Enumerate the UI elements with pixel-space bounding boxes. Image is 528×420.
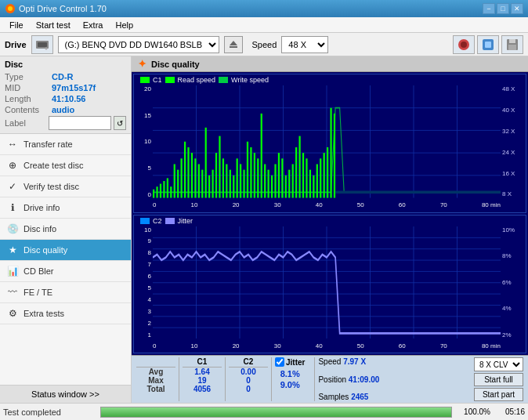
disc-type-key: Type [5, 72, 52, 81]
status-bar: Test completed 100.0% 05:16 [0, 403, 528, 420]
disc-label-key: Label [5, 118, 46, 128]
svg-rect-30 [170, 186, 172, 197]
progress-bar-fill [101, 407, 451, 417]
stats-c2-header: C2 [229, 357, 268, 368]
stats-c2-max: 0 [229, 376, 268, 385]
label-refresh-button[interactable]: ↺ [114, 116, 126, 130]
menu-help[interactable]: Help [109, 19, 139, 31]
stats-c1-total: 4056 [183, 385, 222, 393]
disc-contents-row: Contents audio [5, 105, 126, 114]
c2-x-axis: 0 10 20 30 40 50 60 70 80 min [153, 339, 501, 353]
svg-rect-77 [334, 114, 335, 198]
speed-select[interactable]: 48 X [281, 36, 328, 53]
svg-rect-31 [174, 164, 175, 197]
nav-create-test-disc[interactable]: ⊕ Create test disc [0, 155, 131, 176]
nav-fe-te-label: FE / TE [24, 288, 52, 297]
nav-drive-info-label: Drive info [24, 203, 60, 212]
svg-rect-53 [250, 147, 251, 198]
title-bar: Opti Drive Control 1.70 − □ ✕ [0, 0, 528, 17]
jitter-label: Jitter [286, 358, 305, 367]
svg-rect-49 [237, 158, 238, 197]
drive-icon [31, 35, 53, 54]
save-button[interactable] [501, 35, 523, 54]
menu-file[interactable]: File [3, 19, 30, 31]
drive-select[interactable]: (G:) BENQ DVD DD DW1640 BSLB [58, 36, 219, 53]
start-buttons: 8 X CLV Start full Start part [474, 357, 523, 401]
charts-area: C1 Read speed Write speed 20 15 10 5 0 4… [132, 72, 528, 355]
status-window-button[interactable]: Status window >> [0, 385, 131, 403]
main-layout: Disc Type CD-R MID 97m15s17f Length 41:1… [0, 56, 528, 403]
svg-rect-43 [215, 153, 217, 197]
svg-rect-72 [316, 164, 318, 197]
write-speed-legend-box [219, 77, 228, 83]
jitter-checkbox[interactable] [275, 357, 284, 367]
svg-rect-6 [230, 46, 237, 48]
stats-jitter-section: Jitter 8.1% 9.0% [275, 357, 305, 401]
status-text: Test completed [3, 407, 97, 417]
nav-disc-quality[interactable]: ★ Disc quality [0, 240, 131, 261]
speed-clv-select[interactable]: 8 X CLV [474, 357, 523, 371]
svg-rect-38 [198, 164, 200, 197]
svg-rect-36 [191, 153, 193, 197]
c1-legend-box [140, 77, 150, 83]
nav-cd-bler[interactable]: 📊 CD Bler [0, 261, 131, 282]
menu-extra[interactable]: Extra [77, 19, 110, 31]
close-button[interactable]: ✕ [511, 3, 523, 14]
c2-y-axis-right: 10% 8% 6% 4% 2% [501, 215, 526, 339]
svg-rect-12 [509, 39, 515, 43]
nav-drive-info[interactable]: ℹ Drive info [0, 197, 131, 219]
svg-rect-10 [485, 42, 491, 48]
svg-rect-33 [181, 158, 183, 197]
stats-c1-header: C1 [183, 357, 222, 368]
eject-button[interactable] [224, 36, 243, 53]
write-speed-legend-label: Write speed [231, 76, 269, 84]
stats-row-total: Total [136, 385, 175, 393]
nav-transfer-rate[interactable]: ↔ Transfer rate [0, 134, 131, 155]
svg-rect-47 [230, 170, 231, 198]
svg-rect-73 [320, 158, 321, 197]
c2-y-axis: 10 9 8 7 6 5 4 3 2 1 [134, 215, 153, 339]
transfer-rate-icon: ↔ [6, 138, 19, 150]
nav-extra-tests[interactable]: ⚙ Extra tests [0, 303, 131, 324]
c1-chart-plot [153, 85, 501, 198]
chart-c2: C2 Jitter 10 9 8 7 6 5 4 3 2 1 10 [133, 215, 526, 354]
position-val: 41:09.00 [349, 375, 379, 384]
minimize-button[interactable]: − [483, 3, 495, 14]
nav-fe-te[interactable]: 〰 FE / TE [0, 282, 131, 303]
maximize-button[interactable]: □ [497, 3, 509, 14]
chart-c1-title: C1 Read speed Write speed [140, 76, 269, 84]
read-speed-legend-box [165, 77, 175, 83]
stats-speed-pos: Speed 7.97 X Position 41:09.00 Samples 2… [318, 357, 379, 401]
content-header: ✦ Disc quality [132, 56, 528, 72]
svg-rect-63 [285, 176, 287, 198]
content-header-title: Disc quality [151, 60, 200, 69]
c1-legend-label: C1 [153, 76, 162, 84]
svg-rect-68 [302, 153, 304, 197]
position-row: Position 41:09.00 [318, 375, 379, 384]
stats-row-max: Max [136, 376, 175, 385]
toolbar-icon-1[interactable] [453, 35, 475, 54]
speed-mode-row: 8 X CLV [474, 357, 523, 371]
verify-disc-icon: ✓ [6, 180, 19, 193]
svg-rect-75 [327, 147, 328, 198]
read-speed-legend-label: Read speed [178, 76, 216, 84]
svg-rect-41 [208, 176, 210, 198]
stats-bar: Avg Max Total C1 1.64 19 4056 C2 0.00 0 … [132, 355, 528, 403]
svg-rect-27 [160, 184, 161, 198]
create-disc-icon: ⊕ [6, 159, 19, 172]
app-title: Opti Drive Control 1.70 [19, 4, 483, 13]
toolbar-icon-2[interactable] [477, 35, 499, 54]
label-input[interactable] [49, 116, 111, 130]
c1-x-axis: 0 10 20 30 40 50 60 70 80 min [153, 198, 501, 212]
stats-divider-2 [225, 357, 226, 401]
svg-rect-59 [271, 176, 273, 198]
menu-start-test[interactable]: Start test [30, 19, 77, 31]
stats-row-labels: Avg Max Total [136, 357, 175, 401]
svg-rect-74 [324, 153, 325, 197]
nav-disc-info[interactable]: 💿 Disc info [0, 219, 131, 240]
nav-verify-test-disc[interactable]: ✓ Verify test disc [0, 176, 131, 197]
start-part-button[interactable]: Start part [474, 388, 523, 401]
svg-rect-44 [219, 136, 220, 198]
extra-tests-icon: ⚙ [6, 307, 19, 320]
start-full-button[interactable]: Start full [474, 373, 523, 386]
